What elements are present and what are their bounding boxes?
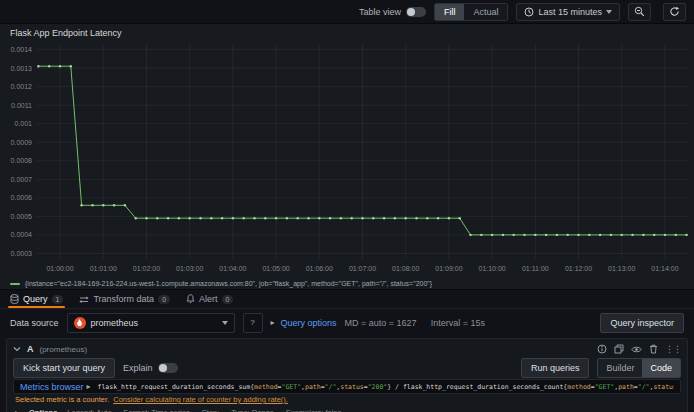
query-options-toggle[interactable]: ▸ Query options bbox=[271, 318, 337, 328]
interval-value: Interval = 15s bbox=[431, 318, 485, 328]
builder-button[interactable]: Builder bbox=[598, 359, 642, 377]
query-option-item: Step: bbox=[202, 408, 220, 412]
query-row-header: A (prometheus) ⋮⋮ bbox=[13, 341, 681, 357]
svg-text:01:10:00: 01:10:00 bbox=[478, 265, 505, 272]
svg-text:01:06:00: 01:06:00 bbox=[306, 265, 333, 272]
query-options-summary: MD = auto = 1627 Interval = 15s bbox=[345, 318, 485, 328]
svg-text:01:07:00: 01:07:00 bbox=[349, 265, 376, 272]
query-inspector-button[interactable]: Query inspector bbox=[600, 313, 684, 333]
fill-button[interactable]: Fill bbox=[435, 4, 465, 20]
eye-icon[interactable] bbox=[631, 345, 642, 354]
datasource-label: Data source bbox=[10, 318, 59, 328]
fill-actual-switch: Fill Actual bbox=[434, 3, 509, 21]
promql-query-input[interactable]: flask_http_request_duration_seconds_sum{… bbox=[98, 383, 674, 391]
svg-text:01:13:00: 01:13:00 bbox=[608, 265, 635, 272]
svg-text:0.0005: 0.0005 bbox=[11, 213, 33, 220]
tab-alert[interactable]: Alert 0 bbox=[186, 290, 233, 308]
datasource-help-button[interactable]: ? bbox=[243, 313, 263, 333]
query-options-label: Query options bbox=[281, 318, 337, 328]
toggle-knob bbox=[407, 8, 415, 16]
query-row-actions: ⋮⋮ bbox=[597, 344, 681, 354]
chevron-down-icon bbox=[222, 321, 228, 325]
options-label: Options bbox=[29, 408, 57, 412]
warning-rate-hint-link[interactable]: Consider calculating rate of counter by … bbox=[113, 395, 288, 404]
query-options-row: ▸ Options Legend: AutoFormat: Time serie… bbox=[13, 405, 681, 412]
explain-group: Explain bbox=[123, 363, 178, 373]
duplicate-icon[interactable] bbox=[614, 344, 624, 354]
builder-code-switch: Builder Code bbox=[597, 358, 681, 378]
tab-label: Query bbox=[23, 294, 48, 304]
legend-item[interactable]: {instance="ec2-184-169-216-224.us-west-1… bbox=[0, 277, 694, 290]
info-circle-icon[interactable] bbox=[597, 344, 607, 354]
svg-text:01:08:00: 01:08:00 bbox=[392, 265, 419, 272]
explain-toggle[interactable] bbox=[158, 363, 178, 373]
table-view-label: Table view bbox=[359, 7, 401, 17]
tab-query[interactable]: Query 1 bbox=[10, 290, 63, 308]
zoom-out-button[interactable] bbox=[628, 3, 651, 21]
tab-count-badge: 0 bbox=[222, 295, 234, 304]
query-option-item: Type: Range bbox=[231, 408, 274, 412]
tab-label: Alert bbox=[199, 294, 218, 304]
query-row-container: A (prometheus) ⋮⋮ Kick start bbox=[6, 338, 688, 412]
svg-text:0.0004: 0.0004 bbox=[11, 231, 33, 238]
refresh-button[interactable] bbox=[663, 3, 686, 21]
svg-text:01:01:00: 01:01:00 bbox=[90, 265, 117, 272]
table-view-toggle[interactable] bbox=[406, 7, 426, 17]
svg-text:01:00:00: 01:00:00 bbox=[46, 265, 73, 272]
drag-handle-icon[interactable]: ⋮⋮ bbox=[665, 344, 681, 354]
transform-icon bbox=[79, 295, 89, 304]
actual-button[interactable]: Actual bbox=[464, 4, 507, 20]
svg-text:0.0003: 0.0003 bbox=[11, 250, 33, 257]
series-label: {instance="ec2-184-169-216-224.us-west-1… bbox=[25, 280, 432, 287]
svg-text:01:05:00: 01:05:00 bbox=[262, 265, 289, 272]
max-data-points-value: MD = auto = 1627 bbox=[345, 318, 417, 328]
chevron-right-icon: ▸ bbox=[271, 318, 275, 327]
svg-text:01:02:00: 01:02:00 bbox=[133, 265, 160, 272]
collapse-chevron-icon[interactable] bbox=[13, 346, 21, 352]
counter-warning: Selected metric is a counter. Consider c… bbox=[13, 394, 681, 405]
time-range-picker[interactable]: Last 15 minutes bbox=[516, 3, 620, 21]
svg-text:0.001: 0.001 bbox=[14, 120, 32, 127]
code-button[interactable]: Code bbox=[642, 359, 680, 377]
svg-text:0.0013: 0.0013 bbox=[11, 65, 33, 72]
datasource-selected-value: prometheus bbox=[91, 318, 217, 328]
svg-text:0.0014: 0.0014 bbox=[11, 46, 33, 53]
svg-text:0.0009: 0.0009 bbox=[11, 139, 33, 146]
time-range-label: Last 15 minutes bbox=[538, 7, 602, 17]
refresh-icon bbox=[669, 6, 680, 17]
panel-title: Flask App Endpoint Latency bbox=[0, 24, 694, 40]
query-ref-id: A bbox=[27, 344, 34, 354]
metrics-browser-toggle[interactable]: Metrics browser ▸ bbox=[20, 382, 91, 392]
svg-text:01:03:00: 01:03:00 bbox=[176, 265, 203, 272]
trash-icon[interactable] bbox=[649, 344, 658, 354]
chevron-right-icon[interactable]: ▸ bbox=[15, 408, 19, 412]
latency-panel: Flask App Endpoint Latency 0.00140.00130… bbox=[0, 24, 694, 290]
svg-text:0.0007: 0.0007 bbox=[11, 176, 33, 183]
svg-text:0.0006: 0.0006 bbox=[11, 194, 33, 201]
metrics-browser-label: Metrics browser bbox=[20, 382, 84, 392]
tab-count-badge: 1 bbox=[52, 295, 64, 304]
chevron-down-icon bbox=[606, 10, 612, 14]
kick-start-query-button[interactable]: Kick start your query bbox=[13, 358, 115, 378]
prometheus-icon bbox=[74, 317, 86, 329]
query-option-item: Legend: Auto bbox=[67, 408, 111, 412]
svg-text:01:09:00: 01:09:00 bbox=[435, 265, 462, 272]
run-queries-button[interactable]: Run queries bbox=[521, 358, 590, 378]
promql-editor: Metrics browser ▸ flask_http_request_dur… bbox=[13, 379, 681, 394]
zoom-out-icon bbox=[634, 6, 645, 17]
svg-text:0.0012: 0.0012 bbox=[11, 83, 33, 90]
latency-chart[interactable]: 0.00140.00130.00120.00110.0010.00090.000… bbox=[0, 40, 694, 277]
svg-text:01:12:00: 01:12:00 bbox=[565, 265, 592, 272]
tab-label: Transform data bbox=[93, 294, 154, 304]
svg-text:01:11:00: 01:11:00 bbox=[522, 265, 549, 272]
bell-icon bbox=[186, 294, 195, 304]
options-summary: Legend: AutoFormat: Time seriesStep:Type… bbox=[67, 408, 341, 412]
editor-tabs: Query 1 Transform data 0 Alert 0 bbox=[0, 290, 694, 309]
datasource-picker[interactable]: prometheus bbox=[67, 313, 235, 333]
datasource-bar: Data source prometheus ? ▸ Query options… bbox=[0, 309, 694, 336]
tab-transform-data[interactable]: Transform data 0 bbox=[79, 290, 170, 308]
svg-text:01:14:00: 01:14:00 bbox=[651, 265, 678, 272]
svg-text:0.0011: 0.0011 bbox=[11, 102, 32, 109]
query-option-item: Format: Time series bbox=[124, 408, 190, 412]
query-option-item: Exemplars: false bbox=[286, 408, 341, 412]
